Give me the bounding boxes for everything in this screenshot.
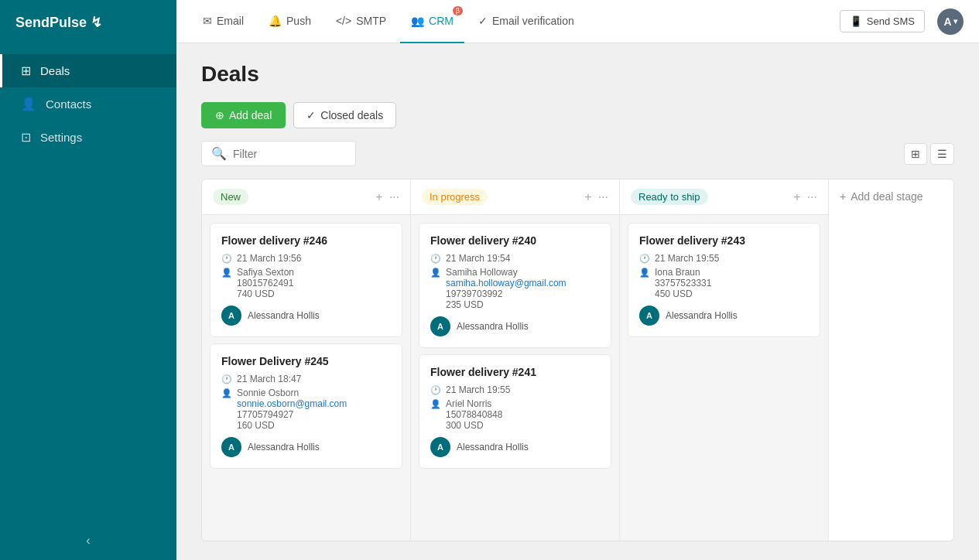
closed-deals-button[interactable]: ✓ Closed deals xyxy=(293,102,396,128)
deal-contact-email-240: samiha.holloway@gmail.com xyxy=(446,278,567,289)
deal-card-243[interactable]: Flower delivery #243 🕐 21 March 19:55 👤 … xyxy=(628,223,820,337)
assignee-name-241: Alessandra Hollis xyxy=(457,442,529,452)
deal-amount-243: 450 USD xyxy=(655,289,711,299)
column-header-ready: Ready to ship + ··· xyxy=(620,179,828,215)
deal-card-240[interactable]: Flower delivery #240 🕐 21 March 19:54 👤 … xyxy=(419,223,611,348)
add-deal-label: Add deal xyxy=(229,109,272,121)
assignee-avatar-245: A xyxy=(221,437,241,457)
column-add-in-progress[interactable]: + xyxy=(584,190,591,204)
filter-input-wrapper[interactable]: 🔍 xyxy=(201,141,356,166)
assignee-avatar-246: A xyxy=(221,306,241,326)
add-deal-button[interactable]: ⊕ Add deal xyxy=(201,102,286,128)
deal-contact-email-245: sonnie.osborn@gmail.com xyxy=(237,398,347,409)
closed-deals-icon: ✓ xyxy=(306,109,316,121)
list-view-button[interactable]: ☰ xyxy=(930,143,954,165)
deal-contact-243: Iona Braun 33757523331 450 USD xyxy=(655,267,711,299)
sidebar-collapse-button[interactable]: ‹ xyxy=(0,521,176,560)
crm-icon: 👥 xyxy=(411,15,424,27)
deal-assignee-245: A Alessandra Hollis xyxy=(221,437,391,457)
deal-date-row-245: 🕐 21 March 18:47 xyxy=(221,374,391,384)
kanban-column-in-progress: In progress + ··· Flower delivery #240 🕐 xyxy=(411,179,620,541)
deal-title-246: Flower delivery #246 xyxy=(221,234,391,247)
column-header-in-progress: In progress + ··· xyxy=(411,179,619,215)
deal-meta-241: 🕐 21 March 19:55 👤 Ariel Norris 15078840… xyxy=(430,384,600,431)
deal-contact-phone-243: 33757523331 xyxy=(655,278,711,289)
avatar-chevron: ▾ xyxy=(953,17,957,26)
deal-date-241: 21 March 19:55 xyxy=(446,384,510,395)
contact-icon-243: 👤 xyxy=(639,268,650,278)
email-icon: ✉ xyxy=(203,15,212,27)
page-title: Deals xyxy=(201,62,954,87)
column-actions-ready: + ··· xyxy=(793,190,817,204)
deal-contact-row-246: 👤 Safiya Sexton 18015762491 740 USD xyxy=(221,267,391,299)
filter-input[interactable] xyxy=(233,148,346,160)
deal-card-245[interactable]: Flower Delivery #245 🕐 21 March 18:47 👤 … xyxy=(210,343,402,469)
column-label-new: New xyxy=(213,189,248,205)
deal-contact-name-241: Ariel Norris xyxy=(446,398,502,409)
deal-date-243: 21 March 19:55 xyxy=(655,253,719,264)
kanban-view-button[interactable]: ⊞ xyxy=(904,143,927,165)
add-icon: ⊕ xyxy=(215,109,224,121)
topnav-crm[interactable]: 👥 CRM β xyxy=(400,0,464,43)
column-header-new: New + ··· xyxy=(202,179,410,215)
contact-icon-240: 👤 xyxy=(430,268,441,278)
column-actions-new: + ··· xyxy=(375,190,399,204)
toolbar: ⊕ Add deal ✓ Closed deals xyxy=(201,102,954,128)
clock-icon-245: 🕐 xyxy=(221,374,232,384)
deal-contact-name-245: Sonnie Osborn xyxy=(237,388,347,398)
sidebar-item-deals[interactable]: ⊞ Deals xyxy=(0,54,176,87)
deal-date-row-241: 🕐 21 March 19:55 xyxy=(430,384,600,395)
topnav-smtp[interactable]: </> SMTP xyxy=(325,0,397,43)
deal-assignee-240: A Alessandra Hollis xyxy=(430,316,600,336)
topnav-email-verification[interactable]: ✓ Email verification xyxy=(467,0,585,43)
topnav-crm-label: CRM xyxy=(429,15,454,27)
assignee-name-243: Alessandra Hollis xyxy=(666,310,738,321)
sidebar-item-contacts-label: Contacts xyxy=(46,97,91,111)
deal-title-241: Flower delivery #241 xyxy=(430,366,600,378)
logo-text: SendPulse ↯ xyxy=(15,14,102,31)
deal-title-243: Flower delivery #243 xyxy=(639,234,809,247)
column-add-ready[interactable]: + xyxy=(793,190,800,204)
deal-card-241[interactable]: Flower delivery #241 🕐 21 March 19:55 👤 … xyxy=(419,354,611,469)
deal-contact-row-243: 👤 Iona Braun 33757523331 450 USD xyxy=(639,267,809,299)
column-more-ready[interactable]: ··· xyxy=(807,190,817,204)
column-body-ready: Flower delivery #243 🕐 21 March 19:55 👤 … xyxy=(620,215,828,541)
add-stage-icon: + xyxy=(840,190,846,203)
page-content: Deals ⊕ Add deal ✓ Closed deals 🔍 ⊞ ☰ xyxy=(176,43,979,560)
deal-title-245: Flower Delivery #245 xyxy=(221,355,391,367)
deal-meta-243: 🕐 21 March 19:55 👤 Iona Braun 3375752333… xyxy=(639,253,809,299)
deal-contact-row-240: 👤 Samiha Holloway samiha.holloway@gmail.… xyxy=(430,267,600,310)
deal-amount-241: 300 USD xyxy=(446,420,502,431)
topnav-email[interactable]: ✉ Email xyxy=(192,0,255,43)
deal-contact-240: Samiha Holloway samiha.holloway@gmail.co… xyxy=(446,267,567,310)
filter-bar: 🔍 ⊞ ☰ xyxy=(201,141,954,166)
deal-contact-phone-240: 19739703992 xyxy=(446,289,567,299)
deal-contact-row-241: 👤 Ariel Norris 15078840848 300 USD xyxy=(430,398,600,431)
send-sms-button[interactable]: 📱 Send SMS xyxy=(840,10,925,32)
sidebar-item-settings[interactable]: ⊡ Settings xyxy=(0,121,176,154)
column-more-new[interactable]: ··· xyxy=(389,190,399,204)
sidebar-item-deals-label: Deals xyxy=(40,64,70,77)
deal-contact-phone-246: 18015762491 xyxy=(237,278,294,289)
deal-amount-245: 160 USD xyxy=(237,420,347,431)
avatar[interactable]: A ▾ xyxy=(937,9,964,35)
sidebar-item-settings-label: Settings xyxy=(40,131,82,144)
deal-meta-245: 🕐 21 March 18:47 👤 Sonnie Osborn sonnie.… xyxy=(221,374,391,431)
column-label-ready: Ready to ship xyxy=(631,189,708,205)
deal-contact-phone-241: 15078840848 xyxy=(446,409,502,420)
deal-title-240: Flower delivery #240 xyxy=(430,234,600,247)
add-deal-stage-column[interactable]: + Add deal stage xyxy=(829,179,954,541)
column-body-in-progress: Flower delivery #240 🕐 21 March 19:54 👤 … xyxy=(411,215,619,541)
deal-date-row-243: 🕐 21 March 19:55 xyxy=(639,253,809,264)
deal-assignee-241: A Alessandra Hollis xyxy=(430,437,600,457)
column-add-new[interactable]: + xyxy=(375,190,382,204)
topnav-push[interactable]: 🔔 Push xyxy=(258,0,322,43)
view-controls: ⊞ ☰ xyxy=(904,143,954,165)
column-more-in-progress[interactable]: ··· xyxy=(598,190,608,204)
topnav: ✉ Email 🔔 Push </> SMTP 👥 CRM β ✓ Email … xyxy=(176,0,979,43)
kanban-column-ready: Ready to ship + ··· Flower delivery #243… xyxy=(620,179,829,541)
assignee-avatar-243: A xyxy=(639,306,659,326)
sidebar-item-contacts[interactable]: 👤 Contacts xyxy=(0,87,176,121)
add-stage-label: Add deal stage xyxy=(851,190,923,203)
deal-card-246[interactable]: Flower delivery #246 🕐 21 March 19:56 👤 … xyxy=(210,223,402,337)
